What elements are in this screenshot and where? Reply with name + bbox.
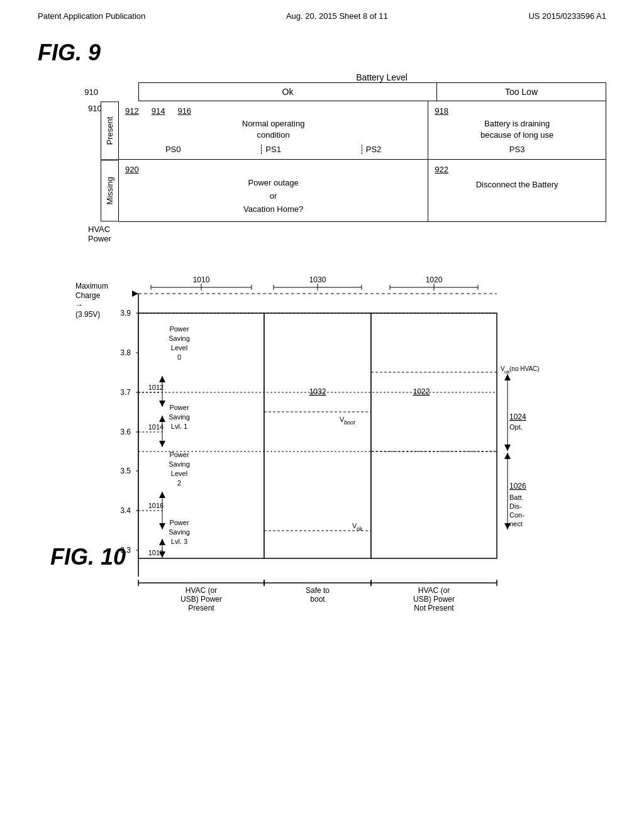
svg-text:3.4: 3.4 [120, 506, 131, 515]
fig10-chart: Maximum Charge → (3.95V) [69, 268, 610, 621]
svg-text:Safe to: Safe to [306, 586, 330, 595]
svg-marker-91 [504, 374, 511, 380]
fig9-section: FIG. 9 Battery Level 910 Ok Too Low 910 [38, 40, 606, 243]
header-left: Patent Application Publication [38, 11, 145, 21]
fig10-section: FIG. 10 Maximum Charge → (3.95V) [38, 268, 606, 621]
missing-label: Missing [101, 160, 119, 221]
svg-text:Lvl. 3: Lvl. 3 [171, 538, 187, 545]
ref-918: 918 [435, 106, 448, 116]
fig10-chart-container: FIG. 10 Maximum Charge → (3.95V) [50, 268, 606, 621]
ref-920: 920 [125, 165, 139, 174]
svg-text:HVAC (or: HVAC (or [186, 586, 217, 595]
svg-text:Level: Level [171, 344, 187, 351]
svg-rect-81 [371, 313, 497, 558]
fig9-row-present: Present 912 914 916 Normal operatingcond… [101, 101, 606, 160]
page-header: Patent Application Publication Aug. 20, … [0, 0, 644, 27]
fig10-title: FIG. 10 [50, 544, 126, 570]
svg-text:Not Present: Not Present [414, 604, 454, 612]
ref-916: 916 [177, 106, 191, 116]
svg-text:1032: 1032 [309, 387, 326, 396]
svg-text:Power: Power [169, 451, 189, 458]
svg-text:USB) Power: USB) Power [413, 595, 455, 604]
svg-text:nect: nect [509, 520, 523, 528]
ref-910-marker: 910 [88, 101, 101, 222]
ref-914: 914 [152, 106, 165, 116]
hvac-power-label: HVACPower [88, 224, 606, 243]
cell-912-content: Normal operatingcondition [125, 118, 421, 141]
fig9-container: Battery Level 910 Ok Too Low 910 Pre [88, 72, 606, 243]
ref-912: 912 [125, 106, 139, 116]
svg-text:3.5: 3.5 [120, 467, 131, 475]
present-label: Present [101, 101, 119, 160]
svg-text:1022: 1022 [413, 387, 430, 396]
svg-text:1020: 1020 [426, 275, 443, 284]
svg-text:1024: 1024 [509, 412, 526, 421]
svg-text:→: → [75, 301, 83, 309]
svg-text:1010: 1010 [193, 275, 210, 284]
cell-920: 920 Power outageorVacation Home? [119, 160, 428, 221]
col-ok-header: Ok [138, 82, 437, 101]
svg-text:1014: 1014 [148, 423, 164, 431]
col-too-low-header: Too Low [437, 82, 606, 101]
svg-text:1030: 1030 [309, 275, 326, 284]
svg-text:Power: Power [169, 404, 189, 411]
svg-text:Charge: Charge [75, 291, 101, 300]
svg-text:Power: Power [169, 325, 189, 333]
svg-text:3.9: 3.9 [120, 309, 131, 318]
svg-text:boot: boot [344, 419, 355, 426]
cell-918-content: Battery is drainingbecause of long use [435, 118, 599, 141]
svg-text:3.7: 3.7 [120, 388, 131, 397]
svg-text:Saving: Saving [169, 460, 190, 468]
svg-text:(3.95V): (3.95V) [75, 310, 100, 319]
svg-text:3.8: 3.8 [120, 348, 131, 357]
svg-text:Batt.: Batt. [509, 494, 524, 501]
svg-text:HVAC (or: HVAC (or [418, 586, 450, 595]
svg-text:1026: 1026 [509, 482, 526, 490]
cell-912-sub: PS0PS1PS2 [125, 145, 421, 154]
svg-text:Maximum: Maximum [75, 282, 108, 290]
svg-text:3.6: 3.6 [120, 428, 131, 436]
fig9-title: FIG. 9 [38, 40, 101, 66]
cell-922: 922 Disconnect the Battery [428, 160, 606, 221]
svg-text:Saving: Saving [169, 335, 190, 342]
ref-922: 922 [435, 165, 448, 174]
svg-marker-92 [504, 445, 511, 451]
fig9-row-missing: Missing 920 Power outageorVacation Home?… [101, 160, 606, 221]
svg-text:USB) Power: USB) Power [180, 595, 222, 604]
svg-text:Power: Power [169, 519, 189, 526]
cell-918-sub: PS3 [435, 145, 599, 154]
svg-text:0: 0 [177, 353, 181, 361]
ref-910: 910 [88, 82, 101, 101]
header-center: Aug. 20, 2015 Sheet 8 of 11 [286, 11, 388, 21]
svg-text:Saving: Saving [169, 413, 190, 421]
battery-level-label: Battery Level [157, 72, 606, 82]
svg-text:Opt.: Opt. [509, 423, 523, 431]
main-content: FIG. 9 Battery Level 910 Ok Too Low 910 [0, 27, 644, 633]
cell-922-content: Disconnect the Battery [435, 179, 599, 191]
svg-text:Dis-: Dis- [509, 502, 522, 510]
svg-text:1016: 1016 [148, 502, 164, 509]
svg-text:1012: 1012 [148, 384, 164, 391]
svg-text:ok: ok [357, 526, 363, 532]
svg-text:(no HVAC): (no HVAC) [509, 365, 540, 372]
svg-marker-99 [504, 453, 511, 459]
svg-text:Level: Level [171, 470, 187, 477]
svg-text:Present: Present [188, 604, 214, 612]
cell-912-914-916: 912 914 916 Normal operatingcondition PS… [119, 101, 428, 160]
svg-text:boot: boot [310, 595, 325, 604]
svg-text:2: 2 [177, 479, 181, 487]
svg-text:Lvl. 1: Lvl. 1 [171, 423, 187, 430]
svg-text:Con-: Con- [509, 511, 525, 519]
cell-920-content: Power outageorVacation Home? [125, 177, 421, 216]
svg-marker-20 [132, 290, 138, 297]
svg-text:Saving: Saving [169, 528, 190, 536]
cell-918: 918 Battery is drainingbecause of long u… [428, 101, 606, 160]
header-right: US 2015/0233596 A1 [528, 11, 606, 21]
svg-rect-26 [138, 313, 264, 558]
